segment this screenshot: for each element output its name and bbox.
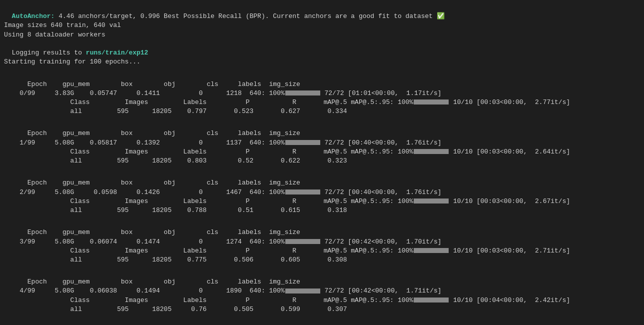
results-row: all 595 18205 0.788 0.51 0.615 0.318 bbox=[4, 206, 640, 215]
results-row: all 595 18205 0.803 0.52 0.622 0.323 bbox=[4, 156, 640, 166]
progress-bar-2: 100% bbox=[398, 148, 449, 156]
epoch-header-row: Epoch gpu_mem box obj cls labels img_siz… bbox=[4, 170, 640, 188]
training-start-line: Starting training for 100 epochs... bbox=[4, 58, 640, 66]
checkmark: ✅ bbox=[437, 12, 445, 20]
epoch-header-row: Epoch gpu_mem box obj cls labels img_siz… bbox=[4, 268, 640, 286]
progress-bar-1: 100% bbox=[269, 188, 321, 197]
epoch-block-4: Epoch gpu_mem box obj cls labels img_siz… bbox=[4, 268, 640, 314]
autoanchor-line: AutoAnchor: 4.46 anchors/target, 0.996 B… bbox=[4, 3, 640, 21]
progress-bar-2: 100% bbox=[398, 296, 449, 305]
epoch-train-row: 0/99 3.83G 0.05747 0.1411 0 1218 640: 10… bbox=[4, 89, 640, 98]
results-row: all 595 18205 0.797 0.523 0.627 0.334 bbox=[4, 107, 640, 116]
dataloader-line: Using 8 dataloader workers bbox=[4, 30, 640, 40]
logging-line: Logging results to runs/train/exp12 bbox=[4, 40, 640, 58]
progress-bar-fill-1 bbox=[285, 288, 320, 294]
progress-bar-fill-2 bbox=[414, 248, 449, 253]
epoch-block-2: Epoch gpu_mem box obj cls labels img_siz… bbox=[4, 170, 640, 215]
epoch-header-row: Epoch gpu_mem box obj cls labels img_siz… bbox=[4, 70, 640, 88]
progress-bar-fill-1 bbox=[285, 239, 320, 244]
val-header-row: Class Images Labels P R mAP@.5 mAP@.5:.9… bbox=[4, 148, 640, 156]
runs-path: runs/train/exp12 bbox=[86, 49, 148, 56]
epoch-block-3: Epoch gpu_mem box obj cls labels img_siz… bbox=[4, 219, 640, 264]
epoch-block-0: Epoch gpu_mem box obj cls labels img_siz… bbox=[4, 70, 640, 116]
autoanchor-text: 4.46 anchors/target, 0.996 Best Possible… bbox=[54, 12, 437, 20]
val-header-row: Class Images Labels P R mAP@.5 mAP@.5:.9… bbox=[4, 246, 640, 256]
epoch-train-text: 0/99 3.83G 0.05747 0.1411 0 1218 640: bbox=[4, 89, 269, 98]
progress-bar-1: 100% bbox=[269, 138, 321, 148]
epoch-header-row: Epoch gpu_mem box obj cls labels img_siz… bbox=[4, 120, 640, 138]
progress-bar-1: 100% bbox=[269, 89, 321, 98]
epoch-header-row: Epoch gpu_mem box obj cls labels img_siz… bbox=[4, 219, 640, 237]
epoch-train-text: 4/99 5.08G 0.06038 0.1494 0 1890 640: bbox=[4, 286, 269, 296]
progress-bar-fill-2 bbox=[414, 198, 449, 204]
epoch-train-row: 3/99 5.08G 0.06074 0.1474 0 1274 640: 10… bbox=[4, 238, 640, 246]
progress-bar-fill-1 bbox=[285, 90, 320, 96]
progress-bar-fill-1 bbox=[285, 140, 320, 145]
results-row: all 595 18205 0.76 0.505 0.599 0.307 bbox=[4, 305, 640, 314]
progress-bar-2: 100% bbox=[398, 98, 449, 107]
epoch-train-row: 2/99 5.08G 0.0598 0.1426 0 1467 640: 100… bbox=[4, 188, 640, 197]
autoanchor-label: AutoAnchor: bbox=[12, 12, 55, 20]
epoch-train-text: 1/99 5.08G 0.05817 0.1392 0 1137 640: bbox=[4, 138, 269, 148]
val-header-row: Class Images Labels P R mAP@.5 mAP@.5:.9… bbox=[4, 296, 640, 305]
progress-bar-fill-2 bbox=[414, 100, 449, 104]
image-sizes-line: Image sizes 640 train, 640 val bbox=[4, 21, 640, 30]
val-header-row: Class Images Labels P R mAP@.5 mAP@.5:.9… bbox=[4, 98, 640, 107]
progress-bar-1: 100% bbox=[269, 238, 321, 246]
progress-bar-fill-1 bbox=[285, 190, 320, 194]
progress-bar-2: 100% bbox=[398, 246, 449, 256]
epoch-block-5: Epoch gpu_mem box obj cls labels img_siz… bbox=[4, 318, 640, 325]
epoch-train-row: 4/99 5.08G 0.06038 0.1494 0 1890 640: 10… bbox=[4, 286, 640, 296]
val-header-row: Class Images Labels P R mAP@.5 mAP@.5:.9… bbox=[4, 197, 640, 206]
progress-bar-2: 100% bbox=[398, 197, 449, 206]
logging-prefix: Logging results to bbox=[12, 49, 86, 56]
epoch-train-row: 1/99 5.08G 0.05817 0.1392 0 1137 640: 10… bbox=[4, 138, 640, 148]
epoch-train-text: 2/99 5.08G 0.0598 0.1426 0 1467 640: bbox=[4, 188, 269, 197]
progress-bar-fill-2 bbox=[414, 149, 449, 154]
progress-bar-fill-2 bbox=[414, 298, 449, 302]
epoch-header-row: Epoch gpu_mem box obj cls labels img_siz… bbox=[4, 318, 640, 325]
epoch-train-text: 3/99 5.08G 0.06074 0.1474 0 1274 640: bbox=[4, 238, 269, 246]
epoch-block-1: Epoch gpu_mem box obj cls labels img_siz… bbox=[4, 120, 640, 166]
progress-bar-1: 100% bbox=[269, 286, 321, 296]
results-row: all 595 18205 0.775 0.506 0.605 0.308 bbox=[4, 256, 640, 264]
epochs-container: Epoch gpu_mem box obj cls labels img_siz… bbox=[4, 70, 640, 325]
